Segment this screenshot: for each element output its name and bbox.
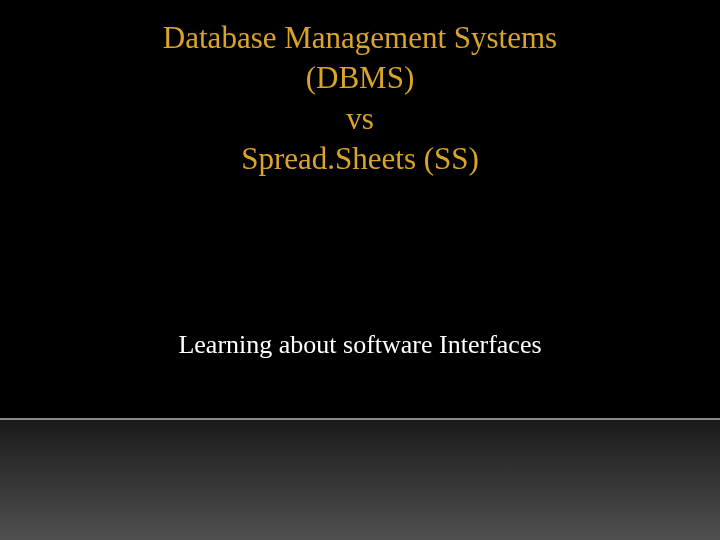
- title-line-1: Database Management Systems: [40, 18, 680, 58]
- presentation-slide: Database Management Systems (DBMS) vs Sp…: [0, 0, 720, 540]
- title-line-2: (DBMS): [40, 58, 680, 98]
- title-line-4: Spread.Sheets (SS): [40, 139, 680, 179]
- slide-subtitle: Learning about software Interfaces: [0, 330, 720, 360]
- footer-band: [0, 420, 720, 540]
- slide-title: Database Management Systems (DBMS) vs Sp…: [0, 18, 720, 179]
- title-line-3: vs: [40, 99, 680, 139]
